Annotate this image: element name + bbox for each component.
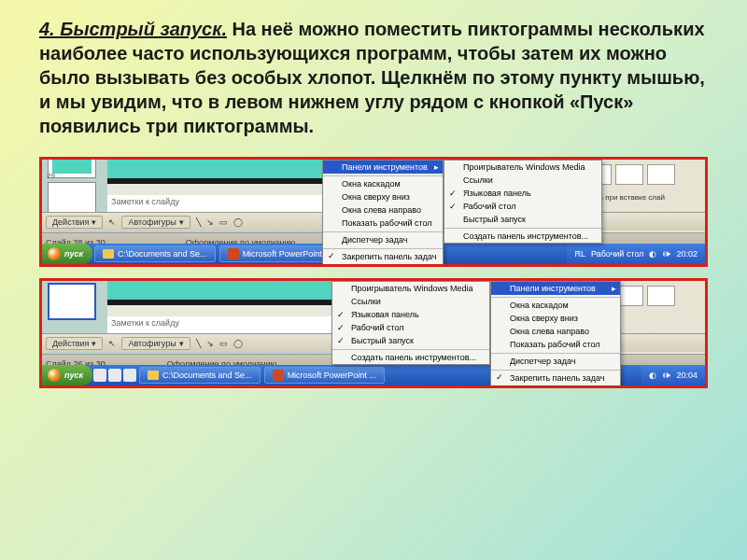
autoshapes-button[interactable]: Автофигуры ▾: [121, 337, 190, 350]
menu-item[interactable]: Окна каскадом: [323, 175, 443, 190]
pointer-icon[interactable]: ↖: [108, 217, 116, 227]
slide-thumb: 30: [48, 283, 96, 320]
menu-item-toolbars[interactable]: Панели инструментов▸: [323, 161, 443, 174]
menu-item[interactable]: Показать рабочий стол: [323, 217, 443, 230]
menu-item[interactable]: ✓Языковая панель: [332, 308, 489, 321]
menu-item[interactable]: Окна каскадом: [491, 297, 620, 312]
tray-icon[interactable]: ◐: [649, 249, 656, 259]
menu-item[interactable]: ✓Рабочий стол: [444, 200, 601, 213]
rect-icon[interactable]: ▭: [219, 217, 228, 227]
menu-item[interactable]: Свойства: [491, 385, 620, 388]
heading: 4. Быстрый запуск.: [39, 19, 227, 39]
screenshot-1: 29 Заметки к слайду ✓Показывать при вста…: [39, 157, 708, 267]
menu-item[interactable]: ✓Закрепить панель задач: [491, 370, 620, 385]
screenshot-2: 30 Заметки к слайду Действия ▾ ↖ Автофиг…: [39, 278, 708, 388]
tray-icon[interactable]: 🕪: [662, 249, 670, 259]
menu-item[interactable]: Проигрыватель Windows Media: [332, 282, 489, 295]
windows-logo-icon: [48, 369, 61, 382]
menu-item[interactable]: ✓Быстрый запуск: [332, 334, 489, 347]
menu-item[interactable]: Создать панель инструментов...: [332, 349, 489, 364]
menu-item[interactable]: Окна сверху вниз: [323, 190, 443, 203]
arrow-icon[interactable]: ↘: [206, 217, 214, 227]
line-icon[interactable]: ╲: [196, 217, 201, 227]
taskbar-item[interactable]: C:\Documents and Se...: [94, 245, 216, 262]
menu-item[interactable]: Диспетчер задач: [323, 231, 443, 246]
system-tray: ◐ 🕪 20:04: [641, 365, 705, 385]
taskbar-item[interactable]: C:\Documents and Se...: [139, 367, 261, 384]
quicklaunch-icon[interactable]: [93, 369, 106, 382]
start-button[interactable]: пуск: [42, 365, 92, 385]
rect-icon[interactable]: ▭: [219, 339, 228, 348]
quicklaunch-icon[interactable]: [123, 369, 136, 382]
system-tray: RL Рабочий стол ◐ 🕪 20:02: [567, 244, 705, 264]
tray-icon[interactable]: ◐: [649, 371, 656, 380]
quicklaunch-icon[interactable]: [108, 369, 121, 382]
menu-item[interactable]: Проигрыватель Windows Media: [444, 161, 601, 174]
oval-icon[interactable]: ◯: [233, 339, 243, 348]
menu-item[interactable]: Свойства: [323, 263, 443, 267]
menu-item[interactable]: ✓Рабочий стол: [332, 321, 489, 334]
taskbar-item[interactable]: Microsoft PowerPoint ...: [264, 367, 385, 384]
submenu-toolbars: Проигрыватель Windows Media Ссылки ✓Язык…: [444, 160, 602, 244]
main-text: 4. Быстрый запуск. На неё можно поместит…: [0, 0, 747, 147]
menu-item[interactable]: Ссылки: [332, 295, 489, 308]
actions-button[interactable]: Действия ▾: [46, 337, 103, 350]
tray-icon[interactable]: 🕪: [662, 371, 670, 380]
autoshapes-button[interactable]: Автофигуры ▾: [121, 216, 190, 229]
clock: 20:04: [676, 371, 698, 380]
folder-icon: [103, 249, 114, 259]
folder-icon: [148, 371, 159, 380]
menu-item[interactable]: Окна слева направо: [491, 325, 620, 338]
start-button[interactable]: пуск: [42, 244, 92, 264]
line-icon[interactable]: ╲: [196, 339, 201, 348]
powerpoint-icon: [273, 370, 284, 381]
menu-item-toolbars[interactable]: Панели инструментов▸: [491, 282, 620, 295]
menu-item[interactable]: Создать панель инструментов...: [444, 228, 601, 243]
arrow-icon[interactable]: ↘: [206, 339, 214, 348]
menu-item[interactable]: Окна слева направо: [323, 203, 443, 217]
menu-item[interactable]: Ссылки: [444, 174, 601, 187]
menu-item[interactable]: Диспетчер задач: [491, 353, 620, 368]
menu-item[interactable]: Окна сверху вниз: [491, 312, 620, 325]
context-menu-taskbar: Панели инструментов▸ Окна каскадом Окна …: [322, 160, 444, 267]
context-menu-taskbar: Панели инструментов▸ Окна каскадом Окна …: [490, 281, 621, 388]
menu-item[interactable]: ✓Закрепить панель задач: [323, 248, 443, 263]
submenu-toolbars: Проигрыватель Windows Media Ссылки ✓Язык…: [331, 281, 490, 365]
menu-item[interactable]: Быстрый запуск: [444, 213, 601, 226]
pointer-icon[interactable]: ↖: [108, 339, 116, 348]
menu-item[interactable]: Показать рабочий стол: [491, 338, 620, 351]
powerpoint-icon: [228, 248, 239, 259]
oval-icon[interactable]: ◯: [233, 217, 243, 227]
windows-logo-icon: [48, 247, 61, 260]
clock: 20:02: [676, 249, 698, 259]
actions-button[interactable]: Действия ▾: [46, 216, 103, 229]
menu-item[interactable]: ✓Языковая панель: [444, 187, 601, 200]
